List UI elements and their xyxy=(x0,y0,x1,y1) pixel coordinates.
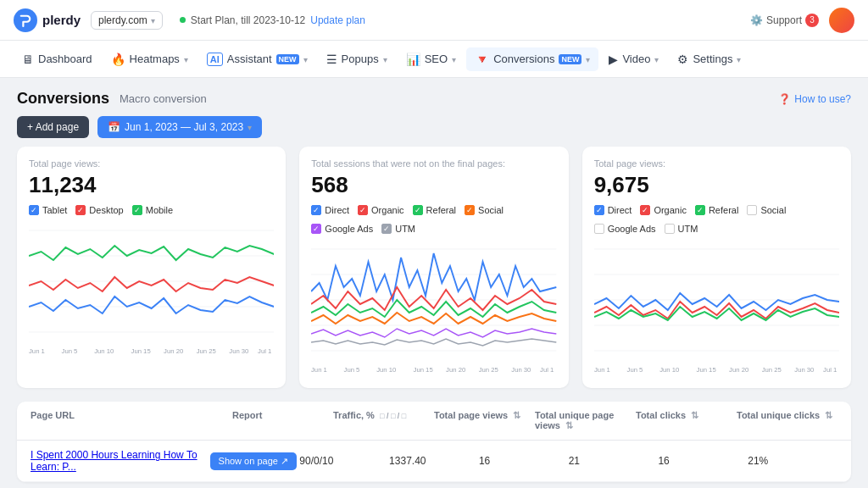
row-traffic: 90/0/10 xyxy=(299,455,389,467)
update-plan-link[interactable]: Update plan xyxy=(310,14,365,26)
svg-text:Jun 5: Jun 5 xyxy=(626,366,643,374)
svg-text:Jul 1: Jul 1 xyxy=(540,366,554,374)
assistant-badge: NEW xyxy=(276,54,299,64)
legend-google-ads[interactable]: ✓ Google Ads xyxy=(311,224,373,234)
row-unique-clicks: 16 xyxy=(658,455,748,467)
svg-text:Jun 1: Jun 1 xyxy=(29,347,45,355)
show-on-page-button[interactable]: Show on page ↗ xyxy=(210,452,297,470)
page-url-link[interactable]: I Spent 2000 Hours Learning How To Learn… xyxy=(31,449,198,473)
popups-icon: ☰ xyxy=(326,53,337,66)
legend-mobile[interactable]: ✓ Mobile xyxy=(132,205,173,215)
card2-value: 568 xyxy=(311,172,556,198)
svg-text:Jun 1: Jun 1 xyxy=(311,366,327,374)
table-header: Page URL Report Traffic, % □ / □ / □ Tot… xyxy=(17,402,851,441)
legend-utm-3[interactable]: UTM xyxy=(665,224,698,234)
total-pv-sort-icon[interactable]: ⇅ xyxy=(513,410,520,420)
svg-text:Jun 25: Jun 25 xyxy=(197,347,217,355)
page-subtitle: Macro conversion xyxy=(120,92,207,105)
card3-value: 9,675 xyxy=(594,172,839,198)
card1-legend: ✓ Tablet ✓ Desktop ✓ Mobile xyxy=(29,205,274,215)
legend-social[interactable]: ✓ Social xyxy=(465,205,504,215)
card1-chart: Jun 1 Jun 5 Jun 10 Jun 15 Jun 20 Jun 25 … xyxy=(29,222,274,358)
legend-direct[interactable]: ✓ Direct xyxy=(311,205,349,215)
row-unique-pv: 16 xyxy=(479,455,569,467)
site-chevron-icon xyxy=(151,14,155,26)
nav-label-conversions: Conversions xyxy=(493,53,554,65)
nav-item-heatmaps[interactable]: 🔥 Heatmaps xyxy=(103,47,197,71)
legend-google-ads-3[interactable]: Google Ads xyxy=(594,224,656,234)
table-row: I Spent 2000 Hours Learning How To Learn… xyxy=(17,441,851,482)
col-unique-clicks-label: Total unique clicks xyxy=(737,410,820,420)
seo-chevron-icon xyxy=(452,53,456,65)
assistant-icon: AI xyxy=(207,53,223,66)
video-icon: ▶ xyxy=(609,53,618,66)
row-total-clicks: 21 xyxy=(569,455,659,467)
nav-label-heatmaps: Heatmaps xyxy=(130,53,180,65)
legend-social-3[interactable]: Social xyxy=(747,205,786,215)
legend-organic-label: Organic xyxy=(371,205,404,215)
legend-utm-label: UTM xyxy=(395,224,415,234)
svg-text:Jun 10: Jun 10 xyxy=(376,366,397,374)
nav-item-assistant[interactable]: AI Assistant NEW xyxy=(198,47,316,71)
nav-label-popups: Popups xyxy=(342,53,379,65)
nav-label-assistant: Assistant xyxy=(227,53,272,65)
legend-desktop-label: Desktop xyxy=(89,205,123,215)
logo[interactable]: plerdy xyxy=(14,8,81,32)
unique-pv-sort-icon[interactable]: ⇅ xyxy=(565,420,573,430)
nav-item-settings[interactable]: ⚙ Settings xyxy=(669,47,749,71)
svg-text:Jul 1: Jul 1 xyxy=(823,366,837,374)
legend-referal-3[interactable]: ✓ Referal xyxy=(695,205,738,215)
nav-label-dashboard: Dashboard xyxy=(38,53,92,65)
page-header: Conversions Macro conversion ❓ How to us… xyxy=(0,78,868,116)
svg-text:Jun 15: Jun 15 xyxy=(131,347,152,355)
legend-google-ads-label: Google Ads xyxy=(325,224,373,234)
card2-label: Total sessions that were not on the fina… xyxy=(311,158,556,169)
nav-label-seo: SEO xyxy=(425,53,448,65)
plan-text: Start Plan, till 2023-10-12 xyxy=(191,14,305,26)
legend-direct-3[interactable]: ✓ Direct xyxy=(594,205,632,215)
support-button[interactable]: ⚙️ Support 3 xyxy=(750,14,819,27)
avatar[interactable] xyxy=(829,8,854,33)
calendar-icon: 📅 xyxy=(108,121,120,133)
card3-label: Total page views: xyxy=(594,158,839,169)
site-selector[interactable]: plerdy.com xyxy=(91,11,163,30)
legend-organic[interactable]: ✓ Organic xyxy=(358,205,404,215)
nav-item-video[interactable]: ▶ Video xyxy=(600,47,667,71)
legend-social-label: Social xyxy=(478,205,504,215)
site-label: plerdy.com xyxy=(98,14,147,26)
card3-legend: ✓ Direct ✓ Organic ✓ Referal Social Goog… xyxy=(594,205,839,234)
svg-text:Jun 30: Jun 30 xyxy=(794,366,815,374)
nav-item-dashboard[interactable]: 🖥 Dashboard xyxy=(14,47,101,71)
legend-organic-3[interactable]: ✓ Organic xyxy=(640,205,687,215)
svg-text:Jun 25: Jun 25 xyxy=(479,366,499,374)
legend-referal[interactable]: ✓ Referal xyxy=(413,205,456,215)
conversions-badge: NEW xyxy=(559,54,581,64)
nav-item-conversions[interactable]: 🔻 Conversions NEW xyxy=(466,47,598,71)
legend-desktop[interactable]: ✓ Desktop xyxy=(75,205,123,215)
row-total-pv: 1337.40 xyxy=(389,455,479,467)
nav-item-seo[interactable]: 📊 SEO xyxy=(398,47,465,71)
nav-item-popups[interactable]: ☰ Popups xyxy=(318,47,396,71)
settings-icon: ⚙ xyxy=(677,53,688,66)
legend-utm[interactable]: ✓ UTM xyxy=(381,224,415,234)
logo-text: plerdy xyxy=(42,13,81,27)
unique-clicks-sort-icon[interactable]: ⇅ xyxy=(825,410,832,420)
svg-text:Jun 10: Jun 10 xyxy=(659,366,680,374)
date-chevron-icon xyxy=(248,121,252,133)
row-report: Show on page ↗ xyxy=(210,452,300,470)
col-report: Report xyxy=(232,410,333,431)
legend-tablet[interactable]: ✓ Tablet xyxy=(29,205,67,215)
col-traffic-label: Traffic, % xyxy=(333,410,375,420)
heatmaps-icon: 🔥 xyxy=(111,53,125,66)
svg-text:Jul 1: Jul 1 xyxy=(258,347,271,355)
nav-label-settings: Settings xyxy=(693,53,732,65)
date-range-button[interactable]: 📅 Jun 1, 2023 — Jul 3, 2023 xyxy=(97,116,262,138)
traffic-sort-icons: □ / □ / □ xyxy=(380,412,406,420)
col-total-clicks: Total clicks ⇅ xyxy=(636,410,737,431)
popups-chevron-icon xyxy=(383,53,387,65)
settings-chevron-icon xyxy=(737,53,741,65)
add-page-button[interactable]: + Add page xyxy=(17,116,89,138)
how-to-use-link[interactable]: ❓ How to use? xyxy=(778,93,851,105)
total-clicks-sort-icon[interactable]: ⇅ xyxy=(691,410,698,420)
legend-referal-label: Referal xyxy=(426,205,456,215)
